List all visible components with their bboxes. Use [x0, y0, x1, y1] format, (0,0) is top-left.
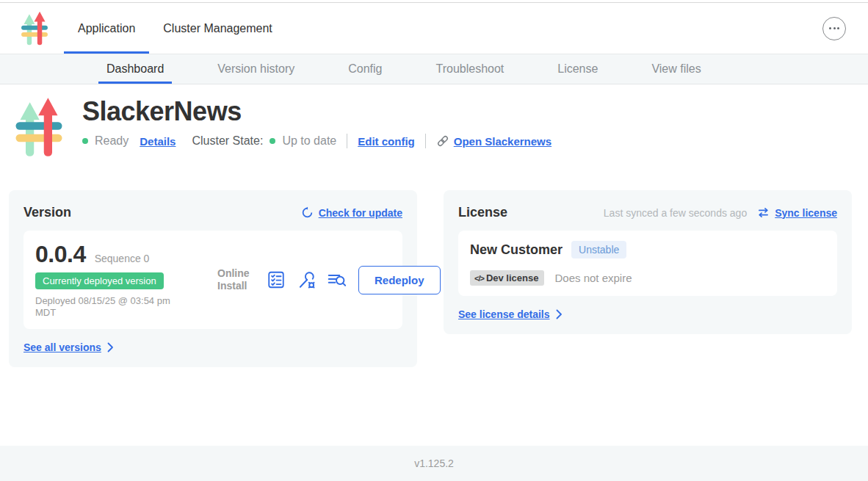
configure-wrench-icon[interactable] — [297, 270, 316, 289]
deployed-status-badge: Currently deployed version — [35, 272, 164, 289]
see-all-versions-link[interactable]: See all versions — [23, 341, 114, 353]
tab-config-label: Config — [348, 62, 382, 76]
dashboard-main: SlackerNews Ready Details Cluster State:… — [0, 84, 868, 446]
tab-view-files[interactable]: View files — [643, 54, 709, 84]
edit-config-link[interactable]: Edit config — [358, 135, 415, 148]
tab-license-label: License — [557, 62, 598, 76]
tab-application-label: Application — [78, 22, 135, 35]
top-nav-tabs: Application Cluster Management — [64, 3, 286, 54]
install-type-label: Online Install — [217, 267, 256, 292]
version-card-title: Version — [23, 205, 71, 220]
check-for-update-link[interactable]: Check for update — [301, 206, 402, 219]
app-header-bar: Application Cluster Management — [0, 3, 868, 54]
dev-license-badge: </> Dev license — [470, 270, 544, 286]
tab-dashboard-label: Dashboard — [106, 62, 164, 76]
tab-troubleshoot[interactable]: Troubleshoot — [427, 54, 512, 84]
license-card-title: License — [458, 205, 507, 220]
sync-license-label: Sync license — [775, 207, 837, 219]
code-brackets-icon: </> — [474, 274, 484, 283]
check-for-update-label: Check for update — [319, 207, 402, 219]
cluster-state-label: Cluster State: — [192, 134, 263, 148]
customer-name: New Customer — [470, 242, 563, 258]
sync-arrows-icon — [757, 207, 770, 218]
license-expiration-text: Does not expire — [554, 272, 632, 284]
open-app-link[interactable]: Open Slackernews — [436, 134, 551, 148]
dashboard-cards: Version Check for update — [0, 190, 868, 367]
tab-cluster-management[interactable]: Cluster Management — [149, 3, 286, 54]
tab-version-history-label: Version history — [217, 62, 294, 76]
application-sub-nav: Dashboard Version history Config Trouble… — [0, 54, 868, 84]
deployed-timestamp: Deployed 08/15/25 @ 03:54 pm MDT — [35, 295, 193, 319]
tab-config[interactable]: Config — [340, 54, 390, 84]
app-status-row: Ready Details Cluster State: Up to date … — [82, 134, 551, 148]
see-all-versions-label: See all versions — [23, 341, 101, 353]
see-license-details-link[interactable]: See license details — [458, 308, 563, 320]
tab-license[interactable]: License — [549, 54, 606, 84]
last-synced-text: Last synced a few seconds ago — [604, 207, 747, 219]
console-version-text: v1.125.2 — [414, 458, 454, 469]
status-details-link[interactable]: Details — [140, 135, 176, 148]
cluster-state-dot — [270, 138, 275, 144]
preflight-checklist-icon[interactable] — [267, 270, 286, 289]
see-license-details-label: See license details — [458, 308, 550, 320]
cluster-state-value: Up to date — [282, 134, 336, 148]
tab-version-history[interactable]: Version history — [209, 54, 303, 84]
chevron-right-icon — [107, 342, 114, 352]
redeploy-button[interactable]: Redeploy — [358, 266, 441, 294]
version-number: 0.0.4 — [35, 241, 86, 268]
overflow-menu-icon[interactable] — [822, 17, 846, 40]
tab-dashboard[interactable]: Dashboard — [98, 54, 172, 84]
tab-view-files-label: View files — [651, 62, 701, 76]
console-footer: v1.125.2 — [0, 446, 868, 481]
header-right-actions — [822, 3, 846, 54]
tab-cluster-management-label: Cluster Management — [163, 22, 272, 35]
tab-application[interactable]: Application — [64, 3, 149, 54]
page-title: SlackerNews — [82, 95, 551, 129]
status-divider — [425, 134, 426, 148]
sequence-label: Sequence 0 — [95, 253, 150, 264]
channel-badge: Unstable — [571, 241, 626, 258]
app-title-block: SlackerNews Ready Details Cluster State:… — [0, 95, 868, 158]
license-card: License Last synced a few seconds ago Sy… — [444, 190, 852, 334]
dev-license-label: Dev license — [486, 272, 539, 283]
admin-console-page: Application Cluster Management Dashboard… — [0, 0, 868, 481]
license-detail-panel: New Customer Unstable </> Dev license Do… — [458, 231, 837, 296]
app-status-text: Ready — [95, 134, 129, 148]
slackernews-app-logo — [15, 96, 63, 158]
tab-troubleshoot-label: Troubleshoot — [435, 62, 504, 76]
open-app-link-label: Open Slackernews — [454, 135, 551, 148]
deploy-logs-icon[interactable] — [327, 270, 346, 289]
version-card: Version Check for update — [9, 190, 417, 367]
sync-license-link[interactable]: Sync license — [757, 207, 837, 219]
app-ready-status-dot — [82, 138, 88, 144]
refresh-icon — [301, 206, 314, 219]
chevron-right-icon — [556, 309, 563, 319]
link-chain-icon — [436, 134, 449, 148]
status-divider — [347, 134, 347, 148]
current-version-panel: 0.0.4 Sequence 0 Currently deployed vers… — [23, 231, 402, 329]
slackernews-logo-icon — [21, 11, 48, 46]
